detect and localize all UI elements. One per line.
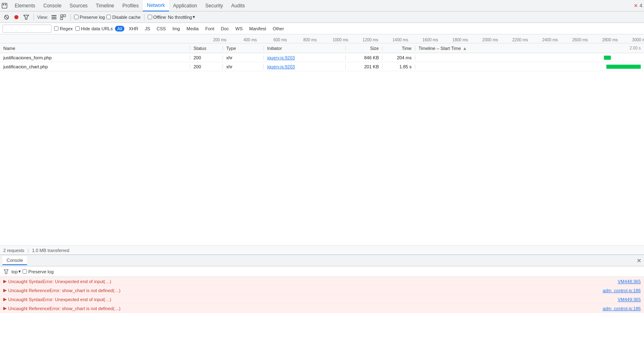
regex-checkbox[interactable]: Regex bbox=[54, 26, 73, 31]
console-messages: ▶ Uncaught SyntaxError: Unexpected end o… bbox=[0, 277, 644, 329]
disable-cache-checkbox[interactable]: Disable cache bbox=[106, 15, 140, 20]
col-header-status[interactable]: Status bbox=[190, 46, 223, 51]
table-row[interactable]: justificacion_chart.php 200 xhr jquery.j… bbox=[0, 62, 644, 71]
console-filter-button[interactable] bbox=[2, 268, 10, 275]
cell-size: 846 KB bbox=[346, 55, 383, 60]
error-message: Uncaught SyntaxError: Unexpected end of … bbox=[8, 279, 111, 284]
tab-security[interactable]: Security bbox=[201, 0, 227, 11]
regex-input[interactable] bbox=[54, 26, 59, 31]
record-button[interactable] bbox=[12, 13, 20, 21]
tab-timeline[interactable]: Timeline bbox=[92, 0, 118, 11]
error-badge-container: ✕ 4 bbox=[634, 3, 642, 9]
console-preserve-checkbox[interactable]: Preserve log bbox=[23, 269, 54, 274]
error-source[interactable]: VM448:365 bbox=[618, 279, 641, 284]
regex-label: Regex bbox=[60, 26, 73, 31]
svg-rect-1 bbox=[3, 4, 4, 5]
filter-input[interactable] bbox=[2, 25, 52, 33]
console-preserve-input[interactable] bbox=[23, 269, 27, 274]
list-view-button[interactable] bbox=[50, 13, 58, 21]
console-top-chevron: ▾ bbox=[18, 269, 21, 274]
svg-rect-11 bbox=[63, 15, 65, 17]
table-row[interactable]: justificaciones_form.php 200 xhr jquery.… bbox=[0, 53, 644, 62]
ruler-mark: 1000 ms bbox=[333, 38, 348, 43]
console-error-row[interactable]: ▶ Uncaught ReferenceError: show_chart is… bbox=[0, 286, 644, 295]
cell-initiator: jquery.js:9203 bbox=[264, 64, 346, 69]
filter-type-font[interactable]: Font bbox=[203, 26, 216, 32]
console-error-row[interactable]: ▶ Uncaught ReferenceError: show_chart is… bbox=[0, 304, 644, 313]
ruler-mark: 600 ms bbox=[273, 38, 287, 43]
tab-console[interactable]: Console bbox=[39, 0, 65, 11]
error-source[interactable]: adm_control.js:186 bbox=[603, 288, 641, 293]
ruler-mark: 2400 ms bbox=[542, 38, 558, 43]
svg-marker-13 bbox=[4, 270, 8, 274]
initiator-link[interactable]: jquery.js:9203 bbox=[267, 55, 295, 60]
tab-application[interactable]: Application bbox=[169, 0, 201, 11]
hide-data-input[interactable] bbox=[75, 26, 80, 31]
tab-audits[interactable]: Audits bbox=[227, 0, 249, 11]
network-toolbar: View: bbox=[0, 11, 644, 23]
filter-bar: Regex Hide data URLs All XHR JS CSS Img … bbox=[0, 23, 644, 34]
window-icon bbox=[2, 3, 7, 9]
filter-type-doc[interactable]: Doc bbox=[219, 26, 231, 32]
filter-type-css[interactable]: CSS bbox=[155, 26, 168, 32]
error-source[interactable]: adm_control.js:186 bbox=[603, 306, 641, 311]
timeline-header-label: Timeline – Start Time bbox=[419, 46, 461, 51]
preserve-log-checkbox[interactable]: Preserve log bbox=[74, 15, 105, 20]
console-preserve-label: Preserve log bbox=[28, 269, 54, 274]
console-top-select[interactable]: top ▾ bbox=[11, 269, 21, 274]
disable-cache-input[interactable] bbox=[106, 15, 111, 19]
filter-button[interactable] bbox=[22, 13, 30, 21]
throttle-select[interactable]: No throttling ▾ bbox=[168, 14, 195, 20]
ruler-mark: 800 ms bbox=[303, 38, 317, 43]
console-close-button[interactable]: ✕ bbox=[637, 257, 642, 264]
offline-input[interactable] bbox=[148, 15, 152, 19]
tab-network[interactable]: Network bbox=[143, 0, 169, 11]
console-error-row[interactable]: ▶ Uncaught SyntaxError: Unexpected end o… bbox=[0, 295, 644, 304]
disable-cache-label: Disable cache bbox=[112, 15, 140, 20]
cell-size: 201 KB bbox=[346, 64, 383, 69]
ruler-mark: 2000 ms bbox=[482, 38, 498, 43]
col-header-timeline[interactable]: Timeline – Start Time ▲ 2.00 s bbox=[415, 46, 644, 51]
waterfall-bar bbox=[604, 56, 611, 60]
svg-rect-7 bbox=[52, 15, 56, 16]
filter-type-js[interactable]: JS bbox=[143, 26, 152, 32]
col-header-time[interactable]: Time bbox=[383, 46, 415, 51]
group-view-button[interactable] bbox=[59, 13, 67, 21]
filter-type-xhr[interactable]: XHR bbox=[127, 26, 140, 32]
offline-checkbox[interactable]: Offline bbox=[148, 15, 167, 20]
view-icons bbox=[50, 13, 67, 21]
toolbar-sep-3 bbox=[144, 14, 144, 20]
console-tab[interactable]: Console bbox=[2, 256, 27, 265]
error-prefix-icon: ▶ bbox=[3, 306, 7, 311]
ruler-mark: 2600 ms bbox=[572, 38, 588, 43]
filter-type-media[interactable]: Media bbox=[185, 26, 201, 32]
ruler-mark: 1600 ms bbox=[422, 38, 438, 43]
col-header-name[interactable]: Name bbox=[0, 46, 190, 51]
tab-elements[interactable]: Elements bbox=[11, 0, 39, 11]
filter-type-all[interactable]: All bbox=[115, 26, 124, 32]
filter-type-manifest[interactable]: Manifest bbox=[247, 26, 268, 32]
initiator-link[interactable]: jquery.js:9203 bbox=[267, 64, 295, 69]
error-prefix-icon: ▶ bbox=[3, 279, 7, 284]
filter-type-img[interactable]: Img bbox=[170, 26, 182, 32]
status-bar: 2 requests | 1.0 MB transferred bbox=[0, 245, 644, 254]
svg-rect-9 bbox=[52, 18, 56, 19]
filter-type-ws[interactable]: WS bbox=[233, 26, 245, 32]
cell-initiator: jquery.js:9203 bbox=[264, 55, 346, 60]
preserve-log-label: Preserve log bbox=[80, 15, 105, 20]
col-header-type[interactable]: Type bbox=[223, 46, 264, 51]
col-header-size[interactable]: Size bbox=[346, 46, 383, 51]
hide-data-checkbox[interactable]: Hide data URLs bbox=[75, 26, 113, 31]
toolbar-sep-2 bbox=[70, 14, 71, 20]
network-rows-container: justificaciones_form.php 200 xhr jquery.… bbox=[0, 53, 644, 245]
cell-time: 1.85 s bbox=[383, 64, 415, 69]
filter-type-other[interactable]: Other bbox=[271, 26, 286, 32]
tab-sources[interactable]: Sources bbox=[65, 0, 92, 11]
tab-profiles[interactable]: Profiles bbox=[118, 0, 143, 11]
error-source[interactable]: VM449:365 bbox=[618, 297, 641, 302]
offline-label: Offline bbox=[153, 15, 167, 20]
clear-button[interactable] bbox=[2, 13, 11, 21]
col-header-initiator[interactable]: Initiator bbox=[264, 46, 346, 51]
console-error-row[interactable]: ▶ Uncaught SyntaxError: Unexpected end o… bbox=[0, 277, 644, 286]
preserve-log-input[interactable] bbox=[74, 15, 79, 19]
